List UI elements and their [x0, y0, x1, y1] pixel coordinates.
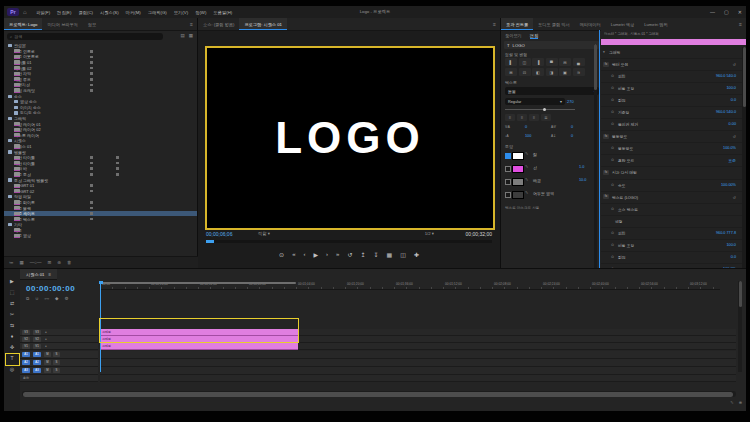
selection-tool[interactable]: ▶ — [7, 277, 17, 286]
type-tool[interactable]: T — [7, 354, 17, 363]
stopwatch-icon[interactable]: ⊙ — [611, 255, 614, 259]
lift-icon[interactable]: ↥ — [360, 251, 365, 258]
new-bin-icon[interactable]: ⊞ — [47, 260, 51, 265]
essential-graphics-tab[interactable]: 편집 — [530, 33, 538, 38]
icon-view-icon[interactable]: ▦ — [20, 260, 24, 265]
pencil-icon[interactable]: ✎ — [730, 400, 733, 405]
track-select-tool[interactable]: ⬚ — [7, 288, 17, 297]
position-icon[interactable]: ⊞ — [505, 68, 517, 76]
video-track-header[interactable]: V2V2● — [20, 336, 98, 343]
audio-track-lane[interactable] — [100, 367, 736, 375]
delete-icon[interactable]: 🗑 — [67, 260, 72, 265]
stopwatch-icon[interactable]: ⊙ — [611, 74, 614, 78]
track-select-badge[interactable]: A2 — [33, 360, 41, 365]
align-left-icon[interactable]: ▌ — [505, 58, 517, 66]
project-tab[interactable]: 정보 — [83, 18, 101, 30]
text-justify-icon[interactable]: ≣ — [541, 114, 551, 121]
graphic-layer-item[interactable]: T LOGO — [504, 41, 599, 49]
reset-icon[interactable]: ↺ — [733, 195, 736, 200]
audio-track-header[interactable]: A1A1MS — [20, 351, 98, 359]
칠-checkbox[interactable] — [505, 153, 511, 159]
effect-value[interactable]: 100.0 — [726, 86, 736, 90]
audio-track-lane[interactable] — [100, 359, 736, 367]
slip-tool[interactable]: ⇆ — [7, 321, 17, 330]
timeline-horizontal-scrollbar[interactable] — [22, 391, 736, 397]
track-patch-badge[interactable]: V1 — [22, 344, 30, 349]
track-patch-badge[interactable]: A1 — [22, 352, 30, 357]
play-icon[interactable]: ▶ — [313, 251, 318, 258]
menu-item[interactable]: 클립(C) — [78, 10, 93, 15]
search-input[interactable]: ⌕ 검색 — [7, 33, 163, 40]
align-right-icon[interactable]: ▐ — [532, 58, 544, 66]
stopwatch-icon[interactable]: ⊙ — [611, 231, 614, 235]
effect-value[interactable]: 960.0 777.8 — [716, 231, 736, 235]
essential-graphics-scrollbar[interactable] — [594, 44, 597, 276]
선-color-swatch[interactable] — [512, 165, 524, 173]
effect-value[interactable]: 0.00 — [729, 122, 736, 126]
stopwatch-icon[interactable]: ⊙ — [611, 122, 614, 126]
effect-row-param[interactable]: ⊙회전0.0 — [601, 95, 742, 107]
text-align-center-icon[interactable]: ≡ — [517, 114, 527, 121]
track-visibility-icon[interactable]: ● — [45, 330, 47, 334]
project-item[interactable]: 참고 영상 — [4, 233, 197, 239]
effect-row-param[interactable]: ⊙속도100.00% — [601, 180, 742, 192]
effect-row-param[interactable]: ⊙위치960.0 777.8 — [601, 228, 742, 240]
new-item-icon[interactable]: ⊕ — [57, 260, 61, 265]
effect-row-param[interactable]: ⊙혼합 모드표준 — [601, 155, 742, 167]
reset-icon[interactable]: ↺ — [733, 134, 736, 139]
loop-icon[interactable]: ↺ — [347, 251, 352, 258]
effect-controls-clip-bar[interactable] — [601, 39, 746, 45]
eyedropper-icon[interactable]: ✎ — [525, 177, 528, 182]
work-area-bar[interactable] — [100, 282, 296, 285]
effect-value[interactable]: 960.0 540.0 — [716, 74, 736, 78]
kerning-value[interactable]: 0 — [571, 125, 573, 129]
list-view-icon[interactable]: ≔ — [9, 260, 14, 265]
effect-value[interactable]: 100.0% — [723, 146, 736, 150]
align-center-v-icon[interactable]: ⊟ — [559, 58, 571, 66]
track-patch-badge[interactable]: V3 — [22, 330, 30, 335]
effect-row-param[interactable]: ⊙비율 조정100.0 — [601, 240, 742, 252]
배경-color-swatch[interactable] — [512, 178, 524, 186]
eyedropper-icon[interactable]: ✎ — [525, 151, 528, 156]
audio-track-header[interactable]: A3A3MS — [20, 367, 98, 375]
program-video-frame[interactable]: LOGO — [205, 46, 495, 230]
menu-item[interactable]: 도움말(H) — [213, 10, 232, 15]
panel-menu-icon[interactable]: ≡ — [48, 272, 50, 277]
stopwatch-icon[interactable]: ⊙ — [611, 98, 614, 102]
effect-row-param[interactable]: ⊙위치960.0 540.0 — [601, 71, 742, 83]
icon-view-icon[interactable]: ▦ — [189, 33, 193, 38]
rotate-icon[interactable]: ◨ — [546, 68, 558, 76]
effect-value[interactable]: 100.0 — [726, 243, 736, 247]
effect-row-param[interactable]: ⊙소스 텍스트 — [601, 204, 742, 216]
effect-row-fx[interactable]: fx시간 다시 매핑 — [601, 167, 742, 179]
effect-row-param[interactable]: ⊙기준점960.0 540.0 — [601, 107, 742, 119]
step-back-icon[interactable]: ‹ — [303, 251, 305, 257]
monitor-tab[interactable]: 프로그램: 시퀀스 01 — [239, 18, 286, 30]
stopwatch-icon[interactable]: ⊙ — [611, 183, 614, 187]
playback-resolution-dropdown[interactable]: 1/2 ▾ — [425, 231, 434, 236]
effect-value[interactable]: 100.00% — [721, 183, 736, 187]
panel-menu-icon[interactable]: ≡ — [186, 18, 197, 30]
effect-row-sub[interactable]: 변형 — [601, 216, 742, 228]
mute-button[interactable]: M — [44, 368, 51, 373]
reset-icon[interactable]: ↺ — [733, 62, 736, 67]
stopwatch-icon[interactable]: ⊙ — [611, 110, 614, 114]
effect-row-param[interactable]: ⊙비율 조정100.0 — [601, 83, 742, 95]
effect-row-fx[interactable]: fx벡터 모션↺ — [601, 59, 742, 71]
mute-button[interactable]: M — [44, 352, 51, 357]
칠-color-swatch[interactable] — [512, 152, 524, 160]
track-patch-badge[interactable]: A3 — [22, 368, 30, 373]
tracking-value[interactable]: 0 — [525, 125, 527, 129]
right-panel-tab[interactable]: Lumetri 색상 — [606, 18, 640, 30]
audio-track-header[interactable]: A2A2MS — [20, 359, 98, 367]
right-panel-tab[interactable]: 메타데이터 — [575, 18, 606, 30]
zoom-slider-icon[interactable]: —○— — [30, 260, 42, 265]
hand-tool[interactable]: ✜ — [7, 343, 17, 352]
right-panel-tab[interactable]: 효과 컨트롤 — [501, 18, 533, 30]
track-patch-badge[interactable]: V2 — [22, 337, 30, 342]
solo-button[interactable]: S — [53, 360, 60, 365]
track-visibility-icon[interactable]: ● — [45, 337, 47, 341]
effect-row-param[interactable]: ⊙플리커 제거0.00 — [601, 119, 742, 131]
어두운 영역-checkbox[interactable] — [505, 192, 511, 198]
go-to-out-icon[interactable]: » — [336, 251, 339, 257]
